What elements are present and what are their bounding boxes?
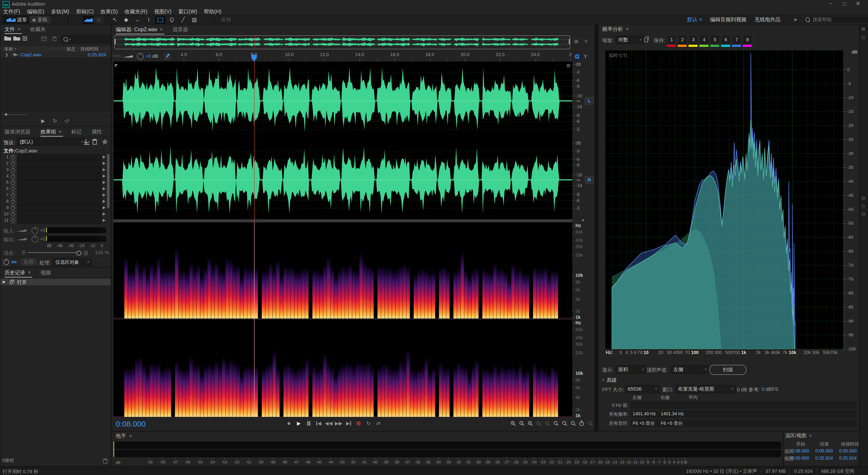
hold-button-2[interactable]: 2 xyxy=(678,35,687,44)
slot-field[interactable] xyxy=(17,205,102,211)
timed-recording-button[interactable] xyxy=(578,420,585,427)
metronome-filter-icon[interactable]: Y xyxy=(584,53,587,60)
slot-power-button[interactable] xyxy=(10,180,16,186)
scale-mode-select[interactable]: 对数˅ xyxy=(616,36,644,44)
razor-tool[interactable]: ◆ xyxy=(121,16,131,23)
zoom-amplitude-button[interactable] xyxy=(586,420,594,427)
workspace-tab-2[interactable]: 无线电作品 xyxy=(754,16,780,23)
slot-arrow-icon[interactable]: ▶ xyxy=(103,199,105,204)
workspace-tab-1[interactable]: 编辑音频到视频 xyxy=(710,16,746,23)
menu-3[interactable]: 剪辑(C) xyxy=(76,8,94,15)
menu-4[interactable]: 效果(S) xyxy=(100,8,118,15)
help-search-box[interactable] xyxy=(803,16,868,23)
multitrack-view-button[interactable]: ▣ 多轨 xyxy=(29,16,51,24)
selection-value[interactable]: 0:08.000 xyxy=(815,448,832,453)
slot-arrow-icon[interactable]: ▶ xyxy=(103,218,105,222)
history-tab-1[interactable]: 视频 xyxy=(40,268,56,277)
menu-7[interactable]: 窗口(W) xyxy=(178,8,197,15)
effects-tab-0[interactable]: 媒体浏览器 xyxy=(4,127,35,137)
zoom-in-vertical-button[interactable] xyxy=(509,420,517,427)
navigator-right-handle[interactable] xyxy=(569,39,570,44)
advanced-row[interactable]: ˅高级 xyxy=(602,377,617,384)
selection-value[interactable]: 0:00.000 xyxy=(792,455,808,461)
file-row[interactable]: ❯Cop2.wav0:25.924 xyxy=(0,52,111,58)
timeline-ruler[interactable]: 4.06.08.010.012.014.016.018.020.022.024.… xyxy=(112,51,594,62)
display-select[interactable]: 面积˅ xyxy=(616,365,647,374)
hold-button-5[interactable]: 5 xyxy=(710,35,720,44)
import-file-icon[interactable] xyxy=(13,36,21,42)
new-file-icon[interactable] xyxy=(22,36,30,42)
slot-arrow-icon[interactable]: ▶ xyxy=(103,154,105,159)
editor-tab[interactable]: 编辑器: Cop2.wav≡ xyxy=(116,24,167,34)
expand-chevron-icon[interactable]: ❯ xyxy=(5,52,8,57)
slot-field[interactable] xyxy=(17,154,102,160)
record-button[interactable] xyxy=(354,420,363,427)
thumbnail-zoom-slider-thumb[interactable] xyxy=(5,113,7,116)
menu-0[interactable]: 文件(F) xyxy=(3,8,20,15)
slot-power-button[interactable] xyxy=(10,173,16,179)
slot-power-button[interactable] xyxy=(10,154,16,160)
pin-playhead-button[interactable] xyxy=(163,53,172,61)
panel-menu-icon[interactable]: ≡ xyxy=(28,270,31,275)
slot-power-button[interactable] xyxy=(10,211,16,217)
playhead-marker[interactable] xyxy=(251,55,257,61)
effects-tab-3[interactable]: 属性 xyxy=(92,127,107,137)
zoom-in-left-selection-button[interactable] xyxy=(552,420,560,427)
files-tab-0[interactable]: 文件≡ xyxy=(4,24,25,34)
save-icon[interactable] xyxy=(41,36,49,42)
navigator-left-handle[interactable] xyxy=(115,39,116,44)
slot-power-button[interactable] xyxy=(10,199,16,205)
zoom-out-vertical-button[interactable] xyxy=(518,420,525,427)
effects-scrollbar[interactable] xyxy=(107,154,110,208)
overview-navigator[interactable] xyxy=(114,35,570,49)
hold-button-7[interactable]: 7 xyxy=(732,35,741,44)
menu-8[interactable]: 帮助(H) xyxy=(204,8,221,15)
play-button[interactable]: ▶ xyxy=(294,420,303,427)
column-duration[interactable]: 持续时间 xyxy=(81,46,98,52)
mixer-tab[interactable]: 混音器 xyxy=(173,24,193,34)
slot-field[interactable] xyxy=(17,186,102,192)
fast-forward-button[interactable]: ▶▶ xyxy=(334,420,343,427)
menu-5[interactable]: 收藏夹(R) xyxy=(125,8,147,15)
hold-button-1[interactable]: 1 xyxy=(667,35,676,44)
mix-slider-track[interactable] xyxy=(28,252,78,253)
reverse-button[interactable]: 反转 xyxy=(217,16,235,23)
window-select[interactable]: 布莱克曼-哈里斯˅ xyxy=(675,385,736,393)
slot-power-button[interactable] xyxy=(10,192,16,198)
marquee-selection-tool[interactable] xyxy=(155,16,165,24)
selection-value[interactable]: 0:08.000 xyxy=(792,448,808,453)
slot-arrow-icon[interactable]: ▶ xyxy=(103,174,105,178)
navigator-settings-icon[interactable]: ▦ xyxy=(574,38,579,44)
panel-menu-icon[interactable]: ≡ xyxy=(160,27,162,32)
column-status[interactable]: 状态 xyxy=(66,46,75,52)
column-name[interactable]: 名称 ↑ xyxy=(4,46,17,52)
dock-icon-mid-2[interactable]: Ⓜ xyxy=(862,212,866,217)
slot-power-button[interactable] xyxy=(10,186,16,192)
process-select[interactable]: 仅选区对象˅ xyxy=(53,258,92,266)
close-button[interactable]: ✕ xyxy=(852,0,864,7)
slot-field[interactable] xyxy=(17,211,102,217)
apply-button[interactable]: 应用 xyxy=(20,258,37,266)
panel-menu-icon[interactable]: ≡ xyxy=(626,27,629,31)
slip-tool[interactable]: ↔ xyxy=(132,16,143,23)
workspace-menu-icon[interactable]: ≡ xyxy=(700,17,702,22)
zoom-out-full-button[interactable] xyxy=(544,420,551,427)
slot-arrow-icon[interactable]: ▶ xyxy=(103,211,105,216)
preview-autoplay-button[interactable]: ◁* xyxy=(64,118,69,123)
history-trash-icon[interactable] xyxy=(103,458,108,464)
slot-field[interactable] xyxy=(17,192,102,198)
zoom-in-right-selection-button[interactable] xyxy=(561,420,568,427)
top-channel-select[interactable]: 左侧˅ xyxy=(671,365,709,374)
loop-playback-button[interactable]: ↻ xyxy=(364,420,373,427)
monitor-headphone-button[interactable]: Ω xyxy=(573,53,581,61)
move-tool[interactable]: ↖ xyxy=(110,16,120,23)
slot-arrow-icon[interactable]: ▶ xyxy=(103,161,105,166)
hold-button-3[interactable]: 3 xyxy=(688,35,698,44)
slot-arrow-icon[interactable]: ▶ xyxy=(103,167,105,172)
slot-arrow-icon[interactable]: ▶ xyxy=(103,205,105,210)
waveform-view-button[interactable]: ▅▇▃▆ 波形 xyxy=(3,16,30,24)
dock-icon-mid-0[interactable]: ▤ xyxy=(862,196,865,200)
channel-solo-button[interactable]: L xyxy=(585,97,594,105)
paintbrush-tool[interactable]: ╱ xyxy=(178,16,188,23)
divider-handle-icon[interactable]: ▼ xyxy=(581,218,585,222)
